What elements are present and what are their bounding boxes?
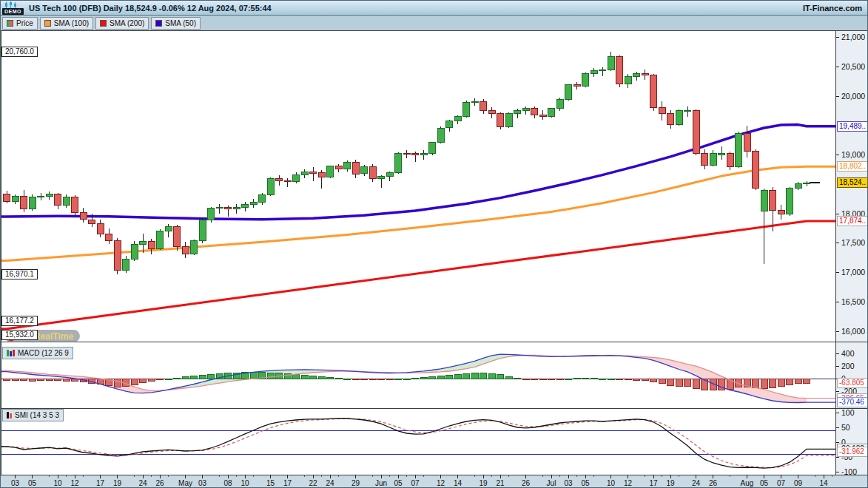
date-tick-label: May xyxy=(178,479,192,487)
date-tick-label: Jun xyxy=(375,479,387,487)
date-tick-label: 10 xyxy=(53,479,62,487)
date-tick-label: 19 xyxy=(479,479,488,487)
demo-label: DEMO xyxy=(2,8,24,15)
date-tick-label: 12 xyxy=(624,479,633,487)
axis-tick-label: 50 xyxy=(841,423,850,432)
date-tick-label: 03 xyxy=(11,479,20,487)
legend-item-price[interactable]: Price xyxy=(2,17,38,30)
legend-item-label: SMA (100) xyxy=(54,19,89,27)
date-tick-label: 12 xyxy=(437,479,445,487)
title-bar: DEMO US Tech 100 (DFB) Daily 18,524.9 -0… xyxy=(1,1,867,16)
date-tick-label: 03 xyxy=(564,479,573,487)
date-tick-label: 26 xyxy=(709,479,718,487)
date-tick-label: 05 xyxy=(581,479,590,487)
date-tick-label: 24 xyxy=(692,479,701,487)
date-tick-label: 15 xyxy=(266,479,275,487)
axis-tick-label: -100 xyxy=(841,467,857,476)
main-chart-svg[interactable]: 21,00020,50020,00019,00018,00017,50017,0… xyxy=(1,30,868,488)
price-swatch-icon xyxy=(7,20,13,27)
legend-item-sma-50[interactable]: SMA (50) xyxy=(151,17,201,30)
axis-tick-label: 0 xyxy=(841,374,846,383)
axis-tick-label: 16,000 xyxy=(841,327,865,336)
axis-tick-label: 100 xyxy=(841,408,855,417)
sma-swatch-icon xyxy=(100,20,107,27)
demo-badge: DEMO xyxy=(2,1,24,16)
date-tick-label: 24 xyxy=(138,479,147,487)
date-tick-label: 17 xyxy=(649,479,658,487)
chart-title: US Tech 100 (DFB) Daily 18,524.9 -0.06% … xyxy=(29,4,272,13)
date-tick-label: 17 xyxy=(283,479,292,487)
axis-tick-label: 16,500 xyxy=(841,297,865,306)
legend-bar: PriceSMA (100)SMA (200)SMA (50) xyxy=(1,16,867,30)
date-tick-label: 26 xyxy=(522,479,531,487)
date-tick-label: 10 xyxy=(607,479,616,487)
axis-tick-label: -50 xyxy=(841,453,852,461)
date-tick-label: 10 xyxy=(240,479,249,487)
date-tick-label: Jul xyxy=(547,479,556,487)
axis-tick-label: 0 xyxy=(841,438,846,447)
sma-swatch-icon xyxy=(44,20,51,27)
brand-label: IT-Finance.com xyxy=(803,4,867,13)
date-tick-label: 05 xyxy=(394,479,403,487)
axis-tick-label: 20,500 xyxy=(841,62,865,71)
date-tick-label: 19 xyxy=(113,479,122,487)
axis-tick-label: 18,000 xyxy=(841,209,865,218)
date-tick-label: 14 xyxy=(454,479,462,487)
date-tick-label: 08 xyxy=(223,479,232,487)
legend-item-label: SMA (50) xyxy=(165,19,196,27)
candlestick-logo-icon xyxy=(4,1,18,8)
date-tick-label: 17 xyxy=(96,479,105,487)
date-tick-label: 14 xyxy=(819,479,828,487)
axis-tick-label: 17,000 xyxy=(841,268,865,277)
date-tick-label: 05 xyxy=(760,479,769,487)
chart-application-window: DEMO US Tech 100 (DFB) Daily 18,524.9 -0… xyxy=(0,0,868,488)
legend-item-sma-100[interactable]: SMA (100) xyxy=(40,17,93,30)
date-tick-label: 05 xyxy=(28,479,37,487)
date-tick-label: 07 xyxy=(777,479,786,487)
legend-item-sma-200[interactable]: SMA (200) xyxy=(95,17,149,30)
axis-tick-label: 400 xyxy=(841,349,855,358)
date-tick-label: 03 xyxy=(198,479,207,487)
legend-item-label: SMA (200) xyxy=(110,19,144,27)
axis-tick-label: 20,000 xyxy=(841,92,865,101)
axis-tick-label: 19,000 xyxy=(841,150,865,159)
date-tick-label: 12 xyxy=(70,479,79,487)
date-tick-label: 26 xyxy=(155,479,164,487)
date-tick-label: Aug xyxy=(741,479,754,487)
date-tick-label: 09 xyxy=(794,479,803,487)
date-tick-label: 22 xyxy=(309,479,317,487)
date-tick-label: 24 xyxy=(326,479,334,487)
axis-tick-label: -200 xyxy=(841,387,857,396)
date-tick-label: 07 xyxy=(411,479,420,487)
axis-tick-label: 21,000 xyxy=(841,33,865,41)
date-tick-label: 21 xyxy=(496,479,505,487)
date-tick-label: 19 xyxy=(666,479,675,487)
sma-swatch-icon xyxy=(155,20,162,27)
date-tick-label: 29 xyxy=(351,479,360,487)
axis-tick-label: 200 xyxy=(841,362,855,370)
legend-item-label: Price xyxy=(16,19,33,27)
axis-tick-label: 17,500 xyxy=(841,238,865,247)
